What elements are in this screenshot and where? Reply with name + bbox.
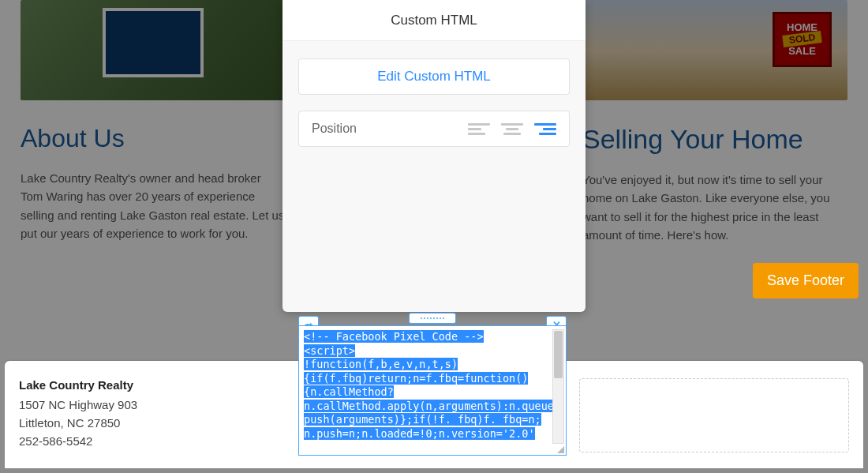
about-column: About Us Lake Country Realty's owner and… bbox=[21, 124, 286, 244]
selling-text: You've enjoyed it, but now it's time to … bbox=[582, 171, 847, 244]
code-scrollbar[interactable] bbox=[552, 329, 564, 444]
selling-column: Selling Your Home You've enjoyed it, but… bbox=[582, 124, 847, 244]
code-editor[interactable]: <!-- Facebook Pixel Code --> <script> !f… bbox=[298, 325, 567, 456]
selling-title: Selling Your Home bbox=[582, 124, 847, 155]
sold-sign: HOME SOLD SALE bbox=[773, 12, 832, 67]
align-left-button[interactable] bbox=[468, 119, 490, 138]
about-text: Lake Country Realty's owner and head bro… bbox=[21, 169, 286, 242]
position-row: Position bbox=[298, 111, 570, 147]
align-center-button[interactable] bbox=[501, 119, 523, 138]
footer-placeholder-slot[interactable] bbox=[579, 378, 849, 452]
custom-html-element: ➦ ✕ <!-- Facebook Pixel Code --> <script… bbox=[298, 316, 567, 456]
align-right-button[interactable] bbox=[534, 119, 556, 138]
footer-phone: 252-586-5542 bbox=[19, 434, 287, 448]
footer-contact: Lake Country Realty 1507 NC Highway 903 … bbox=[19, 378, 295, 452]
panel-title: Custom HTML bbox=[282, 0, 586, 41]
footer-business-name: Lake Country Realty bbox=[19, 378, 287, 392]
code-content[interactable]: <!-- Facebook Pixel Code --> <script> !f… bbox=[304, 330, 560, 440]
resize-grip[interactable] bbox=[556, 445, 565, 454]
about-image bbox=[21, 0, 286, 100]
footer-addr2: Littleton, NC 27850 bbox=[19, 416, 287, 430]
footer-addr1: 1507 NC Highway 903 bbox=[19, 398, 287, 411]
drag-handle[interactable] bbox=[409, 313, 456, 324]
position-label: Position bbox=[312, 122, 457, 136]
edit-custom-html-button[interactable]: Edit Custom HTML bbox=[298, 58, 570, 95]
sold-sign-bot: SALE bbox=[788, 46, 816, 57]
code-scrollbar-thumb[interactable] bbox=[554, 331, 563, 378]
about-title: About Us bbox=[21, 124, 286, 153]
selling-image: HOME SOLD SALE bbox=[582, 0, 847, 100]
custom-html-panel: Custom HTML Edit Custom HTML Position bbox=[282, 0, 586, 312]
save-footer-button[interactable]: Save Footer bbox=[753, 263, 859, 298]
